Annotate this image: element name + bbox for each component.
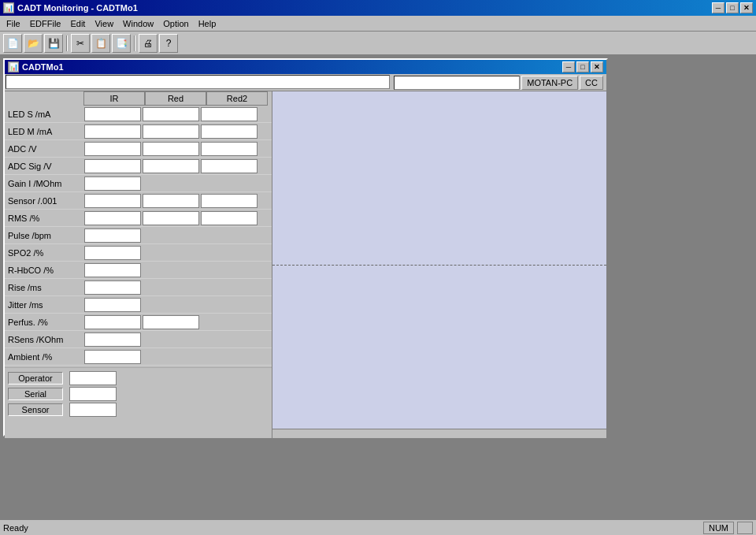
rms-red-input[interactable] xyxy=(143,211,199,225)
sensor-ir-input[interactable] xyxy=(84,194,141,208)
pulse-ir-input[interactable] xyxy=(84,228,141,243)
menu-help[interactable]: Help xyxy=(194,17,221,30)
cut-button[interactable]: ✂ xyxy=(71,34,90,53)
top-middle-input[interactable] xyxy=(394,76,520,90)
table-row: Sensor /.001 xyxy=(5,192,272,210)
inner-close-button[interactable]: ✕ xyxy=(591,61,603,72)
rms-red2-input[interactable] xyxy=(201,211,258,225)
ambient-red-empty xyxy=(143,350,199,364)
row-label-rms: RMS /% xyxy=(5,214,83,223)
status-scroll-indicator xyxy=(737,522,753,534)
sensor-label-btn[interactable]: Sensor xyxy=(8,403,63,416)
rms-ir-input[interactable] xyxy=(84,211,141,225)
toolbar-separator-2 xyxy=(134,35,135,51)
app-title: CADT Monitoring - CADTMo1 xyxy=(17,3,138,13)
inner-minimize-button[interactable]: ─ xyxy=(562,61,575,72)
led-s-ir-input[interactable] xyxy=(84,107,141,121)
adc-v-red-input[interactable] xyxy=(143,142,199,156)
spo2-ir-input[interactable] xyxy=(84,246,141,260)
row-label-rise: Rise /ms xyxy=(5,283,83,292)
spo2-red2-empty xyxy=(201,246,258,260)
table-row: ADC /V xyxy=(5,140,272,158)
serial-label-btn[interactable]: Serial xyxy=(8,388,63,400)
inner-title-bar: 📊 CADTMo1 ─ □ ✕ xyxy=(5,60,606,74)
sensor-red2-input[interactable] xyxy=(201,194,258,208)
inner-window-title: CADTMo1 xyxy=(22,62,64,72)
col-header-red2: Red2 xyxy=(206,91,268,106)
adc-sig-red2-input[interactable] xyxy=(201,159,258,173)
save-button[interactable]: 💾 xyxy=(44,34,63,53)
table-row: RSens /KOhm xyxy=(5,331,272,348)
led-m-red-input[interactable] xyxy=(143,124,199,139)
help-button[interactable]: ? xyxy=(159,34,178,53)
table-row: RMS /% xyxy=(5,210,272,227)
new-button[interactable]: 📄 xyxy=(3,34,22,53)
status-num: NUM xyxy=(703,522,734,534)
led-s-red-input[interactable] xyxy=(143,107,199,121)
status-text: Ready xyxy=(3,523,28,533)
table-row: Jitter /ms xyxy=(5,296,272,314)
row-label-spo2: SPO2 /% xyxy=(5,248,83,258)
row-label-adc-v: ADC /V xyxy=(5,144,83,154)
inner-maximize-button[interactable]: □ xyxy=(576,61,589,72)
serial-input[interactable] xyxy=(69,387,117,401)
table-row: Gain I /MOhm xyxy=(5,175,272,192)
led-s-red2-input[interactable] xyxy=(201,107,258,121)
gain-ir-input[interactable] xyxy=(84,176,141,191)
rise-ir-input[interactable] xyxy=(84,281,141,295)
copy-button[interactable]: 📋 xyxy=(91,34,110,53)
bottom-panel: Operator Serial Sensor xyxy=(5,367,272,422)
open-button[interactable]: 📂 xyxy=(24,34,43,53)
gain-red2-empty xyxy=(201,176,258,191)
perfus-red-input[interactable] xyxy=(143,315,199,329)
led-m-red2-input[interactable] xyxy=(201,124,258,139)
adc-sig-red-input[interactable] xyxy=(143,159,199,173)
menu-window[interactable]: Window xyxy=(118,17,158,30)
inner-window: 📊 CADTMo1 ─ □ ✕ MOTAN-PC CC xyxy=(3,58,608,437)
jitter-red2-empty xyxy=(201,298,258,312)
row-label-rsens: RSens /KOhm xyxy=(5,335,83,344)
sensor-input[interactable] xyxy=(69,403,117,417)
top-left-input[interactable] xyxy=(6,75,390,89)
adc-v-ir-input[interactable] xyxy=(84,142,141,156)
menu-edffile[interactable]: EDFFile xyxy=(25,17,66,30)
column-header-row: IR Red Red2 xyxy=(5,91,272,106)
paste-button[interactable]: 📑 xyxy=(112,34,131,53)
chart-scrollbar[interactable] xyxy=(272,429,606,438)
row-label-pulse: Pulse /bpm xyxy=(5,231,83,240)
spo2-red-empty xyxy=(143,246,199,260)
perfus-ir-input[interactable] xyxy=(84,315,141,329)
maximize-button[interactable]: □ xyxy=(726,2,739,13)
table-row: SPO2 /% xyxy=(5,244,272,262)
sensor-red-input[interactable] xyxy=(143,194,199,208)
status-bar: Ready NUM xyxy=(0,519,756,535)
menu-file[interactable]: File xyxy=(2,17,25,30)
ambient-red2-empty xyxy=(201,350,258,364)
jitter-ir-input[interactable] xyxy=(84,298,141,312)
cc-button[interactable]: CC xyxy=(580,76,603,90)
operator-label-btn[interactable]: Operator xyxy=(8,372,63,385)
table-row: Pulse /bpm xyxy=(5,227,272,244)
print-button[interactable]: 🖨 xyxy=(139,34,158,53)
ambient-ir-input[interactable] xyxy=(84,350,141,364)
menu-bar: File EDFFile Edit View Window Option Hel… xyxy=(0,16,756,32)
minimize-button[interactable]: ─ xyxy=(712,2,724,13)
adc-sig-ir-input[interactable] xyxy=(84,159,141,173)
table-row: Perfus. /% xyxy=(5,314,272,331)
motan-pc-button[interactable]: MOTAN-PC xyxy=(521,76,578,90)
rsens-red2-empty xyxy=(201,333,258,347)
led-m-ir-input[interactable] xyxy=(84,124,141,139)
menu-option[interactable]: Option xyxy=(158,17,193,30)
menu-edit[interactable]: Edit xyxy=(65,17,90,30)
adc-v-red2-input[interactable] xyxy=(201,142,258,156)
status-right: NUM xyxy=(703,522,753,534)
operator-input[interactable] xyxy=(69,371,117,385)
rhbco-ir-input[interactable] xyxy=(84,263,141,277)
rsens-red-empty xyxy=(143,333,199,347)
inner-title-buttons: ─ □ ✕ xyxy=(562,61,603,72)
inner-app-icon: 📊 xyxy=(8,61,19,72)
rsens-ir-input[interactable] xyxy=(84,333,141,347)
close-button[interactable]: ✕ xyxy=(740,2,753,13)
left-panel: IR Red Red2 LED S /mA LED M /mA xyxy=(5,91,272,438)
menu-view[interactable]: View xyxy=(90,17,118,30)
